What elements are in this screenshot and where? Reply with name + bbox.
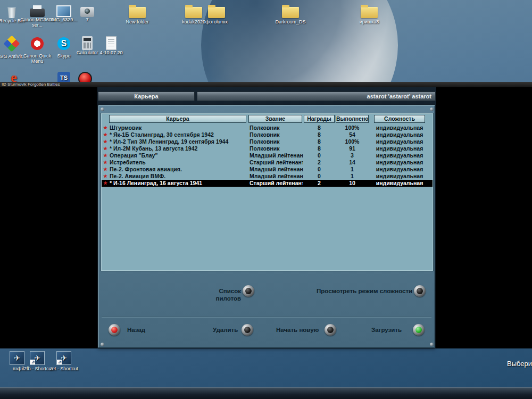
campaign-rank: Старший лейтенант <box>250 180 303 187</box>
campaign-difficulty: индивидуальная <box>374 173 425 180</box>
window-title: Il2-Sturmovik Forgotten Battles <box>2 82 60 87</box>
screw-icon <box>101 107 104 111</box>
table-row[interactable]: Пе-2. Фронтовая авиация. Младший лейтена… <box>102 166 433 173</box>
table-row-selected[interactable]: * И-16 Ленинград, 16 августа 1941 Старши… <box>102 180 433 187</box>
desktop-icon-7[interactable]: 7 <box>70 3 104 22</box>
screw-icon <box>430 343 434 346</box>
campaign-rank: Полковник <box>250 138 303 145</box>
campaign-completed: 100% <box>336 138 369 145</box>
career-tab-label: Карьера <box>134 93 158 99</box>
campaign-completed: 14 <box>336 159 369 166</box>
campaign-awards: 2 <box>304 159 335 166</box>
campaign-rank: Полковник <box>250 131 303 138</box>
back-label: Назад <box>127 326 145 334</box>
folder-icon <box>129 7 146 18</box>
printer-icon <box>30 9 45 17</box>
career-tab: Карьера <box>98 92 195 101</box>
shortcut-arrow-icon: ↗ <box>57 360 62 364</box>
campaign-awards: 0 <box>304 152 335 159</box>
panel-divider <box>102 317 431 318</box>
shortcut-arrow-icon: ↗ <box>30 360 35 364</box>
il2-shortcut-icon: ↗ <box>30 351 45 365</box>
table-row[interactable]: Штурмовик Полковник 8 100% индивидуальна… <box>102 124 433 131</box>
campaign-rank: Старший лейтенант <box>250 159 303 166</box>
column-header-rank: Звание <box>248 115 302 123</box>
window-titlebar: Il2-Sturmovik Forgotten Battles <box>0 82 532 87</box>
campaign-name: * И-16 Ленинград, 16 августа 1941 <box>110 180 249 187</box>
campaign-name: * Як-1Б Сталинград, 30 сентября 1942 <box>110 131 249 138</box>
campaign-name: Штурмовик <box>110 124 249 131</box>
knob-cap <box>417 288 423 294</box>
desktop-icon-label: Darkroom_DS <box>273 19 307 24</box>
desktop-icon-zet-shortcut[interactable]: ↗ zet - Shortcut <box>47 350 81 371</box>
campaign-completed: 100% <box>336 124 369 131</box>
zet-shortcut-icon: ↗ <box>56 351 71 365</box>
campaign-awards: 8 <box>304 145 335 152</box>
desktop-icon-document[interactable]: 4-10.07.20 <box>94 35 128 55</box>
start-new-button[interactable] <box>325 324 336 336</box>
view-difficulty-button[interactable] <box>414 285 426 297</box>
campaign-name: Пе-2. Фронтовая авиация. <box>110 166 249 173</box>
desktop-icon-label: иришка8 <box>352 19 386 24</box>
desktop-icon-new-folder[interactable]: New folder <box>120 3 154 24</box>
career-rows: Штурмовик Полковник 8 100% индивидуальна… <box>102 124 433 187</box>
campaign-awards: 8 <box>304 138 335 145</box>
start-new-label: Начать новую <box>276 326 319 334</box>
career-table: Карьера Звание Награды Выполнено Сложнос… <box>101 113 434 271</box>
column-header-difficulty: Сложность <box>374 115 425 123</box>
taskbar: e ▲ RU 14:36 31.12.2020 <box>0 387 532 399</box>
game-letterbox: Карьера astarot 'astarot' astarot Карьер… <box>0 87 532 348</box>
desktop-icon-label: New folder <box>120 19 154 24</box>
skype-icon <box>57 37 70 50</box>
column-header-completed: Выполнено <box>336 115 369 123</box>
desktop-icon-label: 7 <box>70 17 104 22</box>
desktop-icon-darkroom-ds[interactable]: Darkroom_DS <box>273 3 307 24</box>
load-label: Загрузить <box>371 326 402 334</box>
campaign-difficulty: индивидуальная <box>374 180 425 187</box>
player-name-bar: astarot 'astarot' astarot <box>197 92 436 101</box>
table-row[interactable]: Пе-2. Авиация ВМФ. Младший лейтенант 0 1… <box>102 173 433 180</box>
campaign-name: Истребитель <box>110 159 249 166</box>
screw-icon <box>101 343 104 346</box>
campaign-rank: Полковник <box>250 124 303 131</box>
table-row[interactable]: * Ил-2 Тип 3М Ленинград, 19 сентября 194… <box>102 138 433 145</box>
campaign-completed: 54 <box>336 131 369 138</box>
campaign-star-icon <box>103 124 109 131</box>
desktop-icon-fotolumix[interactable]: фотоlumix <box>200 3 234 24</box>
pilot-list-button[interactable] <box>243 285 254 297</box>
campaign-star-icon <box>103 173 109 180</box>
avg-antivirus-icon <box>3 35 20 52</box>
canon-quick-menu-icon <box>31 37 44 50</box>
table-row[interactable]: * Як-1Б Сталинград, 30 сентября 1942 Пол… <box>102 131 433 138</box>
campaign-difficulty: индивидуальная <box>374 131 425 138</box>
column-header-career: Карьера <box>109 115 246 123</box>
camera-icon <box>80 7 94 17</box>
campaign-difficulty: индивидуальная <box>374 145 425 152</box>
campaign-difficulty: индивидуальная <box>374 124 425 131</box>
knob-cap <box>415 327 422 333</box>
table-row[interactable]: * Ил-2М Кубань, 13 августа 1942 Полковни… <box>102 145 433 152</box>
knob-cap <box>327 327 334 333</box>
delete-button[interactable] <box>242 324 253 336</box>
table-row[interactable]: Истребитель Старший лейтенант 2 14 индив… <box>102 159 433 166</box>
load-button[interactable] <box>413 324 425 336</box>
desktop-icon-irishka8[interactable]: иришка8 <box>352 3 386 24</box>
campaign-awards: 8 <box>304 124 335 131</box>
photo-icon <box>56 5 71 17</box>
campaign-difficulty: индивидуальная <box>374 152 425 159</box>
delete-label: Удалить <box>213 326 238 334</box>
campaign-difficulty: индивидуальная <box>374 166 425 173</box>
knob-cap <box>244 327 251 333</box>
view-difficulty-label: Просмотреть режим сложности <box>317 287 412 295</box>
campaign-star-icon <box>103 159 109 166</box>
campaign-rank: Младший лейтенант <box>250 152 303 159</box>
back-button[interactable] <box>109 324 120 336</box>
desktop-icon-label: zet - Shortcut <box>47 366 81 371</box>
document-icon <box>106 36 117 50</box>
desktop-icon-label: 4-10.07.20 <box>94 50 128 55</box>
table-row[interactable]: Операция "Блау" Младший лейтенант 0 3 ин… <box>102 152 433 159</box>
campaign-star-icon <box>103 180 109 187</box>
recycle-bin-icon <box>7 5 16 18</box>
campaign-rank: Младший лейтенант <box>250 173 303 180</box>
campaign-star-icon <box>103 131 109 138</box>
